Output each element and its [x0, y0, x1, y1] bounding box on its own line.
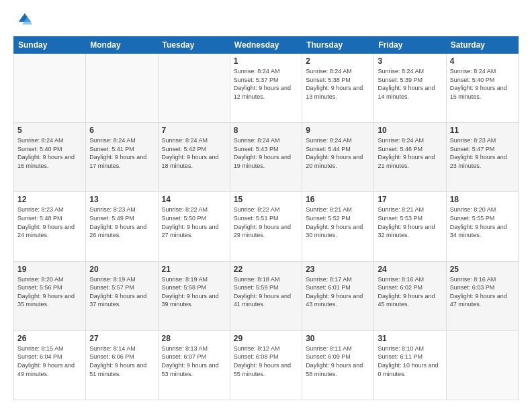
day-info: Sunrise: 8:21 AM Sunset: 5:53 PM Dayligh…: [378, 205, 442, 239]
day-number: 24: [378, 265, 442, 274]
day-number: 31: [378, 334, 442, 343]
day-cell-13: 13Sunrise: 8:23 AM Sunset: 5:49 PM Dayli…: [86, 192, 158, 261]
day-number: 7: [162, 126, 226, 135]
day-info: Sunrise: 8:13 AM Sunset: 6:07 PM Dayligh…: [162, 345, 226, 378]
week-row-2: 5Sunrise: 8:24 AM Sunset: 5:40 PM Daylig…: [14, 123, 519, 192]
day-info: Sunrise: 8:21 AM Sunset: 5:52 PM Dayligh…: [306, 205, 370, 239]
day-cell-10: 10Sunrise: 8:24 AM Sunset: 5:46 PM Dayli…: [374, 123, 446, 192]
day-cell-11: 11Sunrise: 8:23 AM Sunset: 5:47 PM Dayli…: [446, 123, 518, 192]
day-number: 1: [234, 56, 298, 66]
day-header-friday: Friday: [374, 37, 446, 54]
day-header-thursday: Thursday: [302, 37, 374, 54]
logo-icon: [13, 11, 32, 30]
day-info: Sunrise: 8:24 AM Sunset: 5:39 PM Dayligh…: [378, 67, 442, 101]
day-info: Sunrise: 8:12 AM Sunset: 6:08 PM Dayligh…: [234, 345, 298, 378]
week-row-1: 1Sunrise: 8:24 AM Sunset: 5:37 PM Daylig…: [14, 54, 519, 123]
day-number: 10: [378, 126, 442, 135]
day-cell-18: 18Sunrise: 8:20 AM Sunset: 5:55 PM Dayli…: [446, 192, 518, 261]
day-number: 6: [89, 126, 154, 135]
day-number: 26: [17, 334, 82, 343]
calendar-table: SundayMondayTuesdayWednesdayThursdayFrid…: [13, 36, 519, 400]
day-number: 8: [234, 126, 298, 135]
day-number: 19: [17, 265, 82, 274]
day-cell-26: 26Sunrise: 8:15 AM Sunset: 6:04 PM Dayli…: [14, 330, 86, 400]
week-row-5: 26Sunrise: 8:15 AM Sunset: 6:04 PM Dayli…: [14, 330, 519, 400]
day-cell-8: 8Sunrise: 8:24 AM Sunset: 5:43 PM Daylig…: [230, 123, 302, 192]
day-number: 5: [17, 126, 82, 135]
day-cell-9: 9Sunrise: 8:24 AM Sunset: 5:44 PM Daylig…: [302, 123, 374, 192]
day-number: 23: [306, 265, 370, 274]
day-number: 2: [306, 56, 370, 66]
day-number: 15: [234, 195, 298, 204]
day-number: 30: [306, 334, 370, 343]
day-header-wednesday: Wednesday: [230, 37, 302, 54]
day-info: Sunrise: 8:19 AM Sunset: 5:58 PM Dayligh…: [162, 275, 226, 309]
day-cell-3: 3Sunrise: 8:24 AM Sunset: 5:39 PM Daylig…: [374, 54, 446, 123]
day-cell-25: 25Sunrise: 8:16 AM Sunset: 6:03 PM Dayli…: [446, 261, 518, 330]
empty-cell: [86, 54, 158, 123]
day-cell-1: 1Sunrise: 8:24 AM Sunset: 5:37 PM Daylig…: [230, 54, 302, 123]
day-info: Sunrise: 8:23 AM Sunset: 5:48 PM Dayligh…: [17, 205, 82, 239]
day-cell-20: 20Sunrise: 8:19 AM Sunset: 5:57 PM Dayli…: [86, 261, 158, 330]
day-cell-12: 12Sunrise: 8:23 AM Sunset: 5:48 PM Dayli…: [14, 192, 86, 261]
day-cell-23: 23Sunrise: 8:17 AM Sunset: 6:01 PM Dayli…: [302, 261, 374, 330]
day-info: Sunrise: 8:23 AM Sunset: 5:47 PM Dayligh…: [450, 136, 515, 170]
empty-cell: [158, 54, 230, 123]
header-row: SundayMondayTuesdayWednesdayThursdayFrid…: [14, 37, 519, 54]
day-number: 14: [162, 195, 226, 204]
day-cell-31: 31Sunrise: 8:10 AM Sunset: 6:11 PM Dayli…: [374, 330, 446, 400]
day-info: Sunrise: 8:11 AM Sunset: 6:09 PM Dayligh…: [306, 345, 370, 378]
day-number: 29: [234, 334, 298, 343]
day-info: Sunrise: 8:24 AM Sunset: 5:40 PM Dayligh…: [450, 67, 515, 101]
day-number: 18: [450, 195, 515, 204]
day-info: Sunrise: 8:24 AM Sunset: 5:43 PM Dayligh…: [234, 136, 298, 170]
day-info: Sunrise: 8:17 AM Sunset: 6:01 PM Dayligh…: [306, 275, 370, 309]
day-info: Sunrise: 8:22 AM Sunset: 5:50 PM Dayligh…: [162, 205, 226, 239]
day-info: Sunrise: 8:22 AM Sunset: 5:51 PM Dayligh…: [234, 205, 298, 239]
day-header-saturday: Saturday: [446, 37, 518, 54]
day-info: Sunrise: 8:18 AM Sunset: 5:59 PM Dayligh…: [234, 275, 298, 309]
day-info: Sunrise: 8:20 AM Sunset: 5:56 PM Dayligh…: [17, 275, 82, 309]
day-number: 13: [89, 195, 154, 204]
empty-cell: [446, 330, 518, 400]
day-cell-2: 2Sunrise: 8:24 AM Sunset: 5:38 PM Daylig…: [302, 54, 374, 123]
day-info: Sunrise: 8:24 AM Sunset: 5:40 PM Dayligh…: [17, 136, 82, 170]
day-number: 9: [306, 126, 370, 135]
day-cell-15: 15Sunrise: 8:22 AM Sunset: 5:51 PM Dayli…: [230, 192, 302, 261]
day-info: Sunrise: 8:20 AM Sunset: 5:55 PM Dayligh…: [450, 205, 515, 239]
page: SundayMondayTuesdayWednesdayThursdayFrid…: [0, 0, 532, 411]
day-info: Sunrise: 8:16 AM Sunset: 6:03 PM Dayligh…: [450, 275, 515, 309]
day-cell-4: 4Sunrise: 8:24 AM Sunset: 5:40 PM Daylig…: [446, 54, 518, 123]
day-cell-19: 19Sunrise: 8:20 AM Sunset: 5:56 PM Dayli…: [14, 261, 86, 330]
day-info: Sunrise: 8:24 AM Sunset: 5:38 PM Dayligh…: [306, 67, 370, 101]
week-row-4: 19Sunrise: 8:20 AM Sunset: 5:56 PM Dayli…: [14, 261, 519, 330]
logo: [13, 11, 35, 30]
header: [13, 11, 519, 30]
day-header-tuesday: Tuesday: [158, 37, 230, 54]
day-number: 21: [162, 265, 226, 274]
day-cell-16: 16Sunrise: 8:21 AM Sunset: 5:52 PM Dayli…: [302, 192, 374, 261]
day-cell-30: 30Sunrise: 8:11 AM Sunset: 6:09 PM Dayli…: [302, 330, 374, 400]
day-info: Sunrise: 8:19 AM Sunset: 5:57 PM Dayligh…: [89, 275, 154, 309]
day-info: Sunrise: 8:14 AM Sunset: 6:06 PM Dayligh…: [89, 345, 154, 378]
day-cell-14: 14Sunrise: 8:22 AM Sunset: 5:50 PM Dayli…: [158, 192, 230, 261]
day-cell-24: 24Sunrise: 8:16 AM Sunset: 6:02 PM Dayli…: [374, 261, 446, 330]
day-info: Sunrise: 8:24 AM Sunset: 5:37 PM Dayligh…: [234, 67, 298, 101]
day-number: 12: [17, 195, 82, 204]
day-cell-5: 5Sunrise: 8:24 AM Sunset: 5:40 PM Daylig…: [14, 123, 86, 192]
day-number: 4: [450, 56, 515, 66]
day-cell-21: 21Sunrise: 8:19 AM Sunset: 5:58 PM Dayli…: [158, 261, 230, 330]
day-info: Sunrise: 8:24 AM Sunset: 5:46 PM Dayligh…: [378, 136, 442, 170]
day-cell-6: 6Sunrise: 8:24 AM Sunset: 5:41 PM Daylig…: [86, 123, 158, 192]
day-cell-27: 27Sunrise: 8:14 AM Sunset: 6:06 PM Dayli…: [86, 330, 158, 400]
day-number: 27: [89, 334, 154, 343]
day-number: 28: [162, 334, 226, 343]
day-info: Sunrise: 8:10 AM Sunset: 6:11 PM Dayligh…: [378, 345, 442, 378]
day-number: 16: [306, 195, 370, 204]
day-number: 22: [234, 265, 298, 274]
day-info: Sunrise: 8:24 AM Sunset: 5:42 PM Dayligh…: [162, 136, 226, 170]
day-header-monday: Monday: [86, 37, 158, 54]
day-number: 11: [450, 126, 515, 135]
day-info: Sunrise: 8:24 AM Sunset: 5:44 PM Dayligh…: [306, 136, 370, 170]
week-row-3: 12Sunrise: 8:23 AM Sunset: 5:48 PM Dayli…: [14, 192, 519, 261]
